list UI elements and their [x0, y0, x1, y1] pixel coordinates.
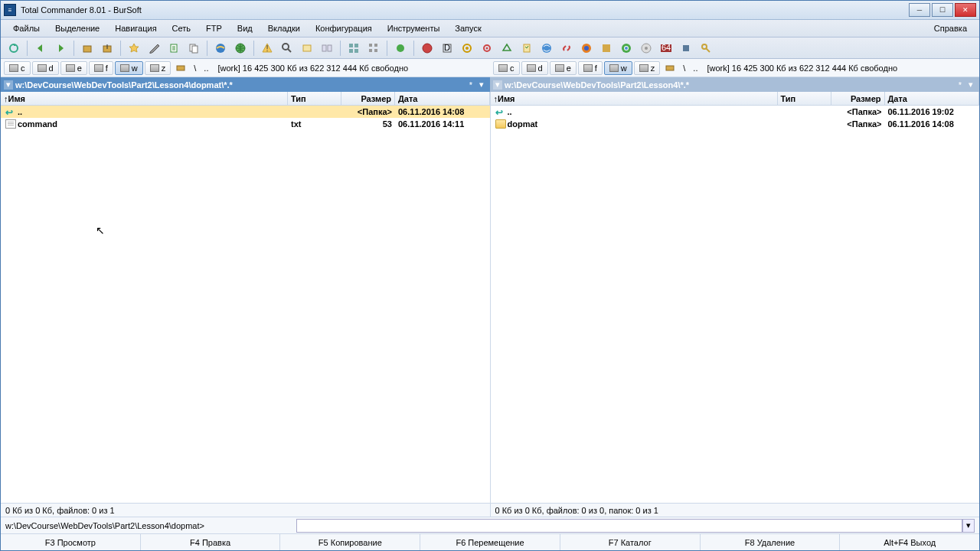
search-icon[interactable] [279, 40, 296, 57]
warning-icon[interactable]: ! [259, 40, 276, 57]
f4-button[interactable]: F4 Правка [141, 534, 281, 550]
file-row[interactable]: ..<Папка>06.11.2016 19:02 [491, 106, 980, 118]
menu-config[interactable]: Конфигурация [308, 21, 380, 35]
menu-ftp[interactable]: FTP [198, 21, 230, 35]
refresh-icon[interactable] [5, 40, 22, 57]
chrome-icon[interactable] [618, 40, 635, 57]
link-icon[interactable] [558, 40, 575, 57]
svg-rect-5 [192, 46, 198, 53]
path-star-left[interactable]: * [466, 80, 476, 90]
drive-e-r[interactable]: e [550, 61, 577, 75]
drive-f-r[interactable]: f [578, 61, 603, 75]
path-chevron-right[interactable]: ▾ [965, 80, 976, 90]
menu-start[interactable]: Запуск [447, 21, 488, 35]
notepad-icon[interactable] [165, 40, 182, 57]
f6-button[interactable]: F6 Перемещение [420, 534, 560, 550]
drive-w-r[interactable]: w [604, 61, 632, 75]
key-icon[interactable] [697, 40, 714, 57]
menu-selection[interactable]: Выделение [47, 21, 107, 35]
world-icon[interactable] [538, 40, 555, 57]
drive-z-r[interactable]: z [634, 61, 661, 75]
close-button[interactable]: ✕ [955, 3, 976, 17]
menu-net[interactable]: Сеть [165, 21, 198, 35]
left-pane: ↑Имя Тип Размер Дата ..<Папка>06.11.2016… [1, 92, 491, 517]
drive-f[interactable]: f [89, 61, 113, 75]
menu-help[interactable]: Справка [926, 21, 975, 35]
col-size-r[interactable]: Размер [831, 92, 885, 105]
file-row[interactable]: ..<Папка>06.11.2016 14:08 [1, 106, 490, 118]
svg-rect-44 [666, 66, 674, 70]
command-input[interactable] [296, 519, 962, 533]
path-dropdown-icon[interactable]: ▾ [4, 80, 13, 90]
drive-c-r[interactable]: c [493, 61, 520, 75]
path-header-left[interactable]: ▾w:\DevCourse\WebDevTools\Part2\Lesson4\… [1, 77, 490, 92]
file-row[interactable]: commandtxt5306.11.2016 14:11 [1, 118, 490, 130]
maximize-button[interactable]: ☐ [932, 3, 953, 17]
record-icon[interactable] [392, 40, 409, 57]
drive-z[interactable]: z [145, 61, 172, 75]
favorite-icon[interactable] [126, 40, 142, 57]
svg-rect-43 [177, 66, 185, 70]
ftp-icon[interactable] [419, 40, 436, 57]
disk-icon[interactable] [638, 40, 655, 57]
drive-menu-icon[interactable] [172, 60, 189, 77]
firefox-icon[interactable] [578, 40, 595, 57]
col-date-r[interactable]: Дата [885, 92, 980, 105]
altf4-button[interactable]: Alt+F4 Выход [840, 534, 979, 550]
left-status: 0 Кб из 0 Кб, файлов: 0 из 1 [1, 503, 490, 517]
thumb-icon[interactable] [345, 40, 362, 57]
ie-icon[interactable] [212, 40, 229, 57]
drive-d-r[interactable]: d [521, 61, 548, 75]
path-star-right[interactable]: * [955, 80, 965, 90]
path-chevron-left[interactable]: ▾ [476, 80, 487, 90]
left-file-list[interactable]: ..<Папка>06.11.2016 14:08commandtxt5306.… [1, 106, 490, 503]
col-name-r[interactable]: ↑Имя [491, 92, 778, 105]
rename-icon[interactable] [299, 40, 315, 57]
menu-navigation[interactable]: Навигация [107, 21, 164, 35]
file-row[interactable]: dopmat<Папка>06.11.2016 14:08 [491, 118, 980, 130]
d-icon[interactable]: D [439, 40, 456, 57]
svg-rect-41 [683, 45, 689, 51]
sync-icon[interactable] [318, 40, 335, 57]
col-date[interactable]: Дата [395, 92, 490, 105]
app-icon-1[interactable] [598, 40, 615, 57]
drive-d[interactable]: d [32, 61, 59, 75]
tree-icon[interactable] [365, 40, 382, 57]
back-icon[interactable] [32, 40, 49, 57]
edit-icon[interactable] [145, 40, 162, 57]
path-dropdown-icon-r[interactable]: ▾ [493, 80, 502, 90]
puzzle-icon[interactable] [678, 40, 694, 57]
col-type-r[interactable]: Тип [778, 92, 831, 105]
copy-icon[interactable] [185, 40, 202, 57]
col-type[interactable]: Тип [288, 92, 341, 105]
unpack-icon[interactable] [99, 40, 116, 57]
drive-c[interactable]: c [4, 61, 31, 75]
minimize-button[interactable]: ─ [909, 3, 930, 17]
path-header-right[interactable]: ▾w:\DevCourse\WebDevTools\Part2\Lesson4\… [490, 77, 979, 92]
drive-e[interactable]: e [60, 61, 87, 75]
f5-button[interactable]: F5 Копирование [280, 534, 420, 550]
target-icon[interactable] [459, 40, 475, 57]
menu-tabs[interactable]: Вкладки [260, 21, 308, 35]
col-size[interactable]: Размер [341, 92, 395, 105]
gear-icon[interactable] [479, 40, 495, 57]
pack-icon[interactable] [79, 40, 96, 57]
drive-w[interactable]: w [115, 61, 143, 75]
document-icon[interactable] [518, 40, 535, 57]
globe-icon[interactable] [232, 40, 249, 57]
x64-icon[interactable]: 64 [658, 40, 675, 57]
menu-view[interactable]: Вид [230, 21, 260, 35]
f8-button[interactable]: F8 Удаление [701, 534, 841, 550]
forward-icon[interactable] [52, 40, 69, 57]
menu-tools[interactable]: Инструменты [380, 21, 448, 35]
svg-point-38 [645, 47, 648, 50]
recycle-icon[interactable] [498, 40, 515, 57]
f7-button[interactable]: F7 Каталог [560, 534, 701, 550]
col-name[interactable]: ↑Имя [1, 92, 288, 105]
menu-files[interactable]: Файлы [5, 21, 47, 35]
drive-menu-icon-r[interactable] [662, 60, 678, 77]
titlebar[interactable]: ≡ Total Commander 8.01 - BurSoft ─ ☐ ✕ [1, 1, 979, 20]
right-file-list[interactable]: ..<Папка>06.11.2016 19:02dopmat<Папка>06… [491, 106, 980, 503]
command-history-icon[interactable]: ▾ [962, 519, 975, 533]
f3-button[interactable]: F3 Просмотр [1, 534, 141, 550]
